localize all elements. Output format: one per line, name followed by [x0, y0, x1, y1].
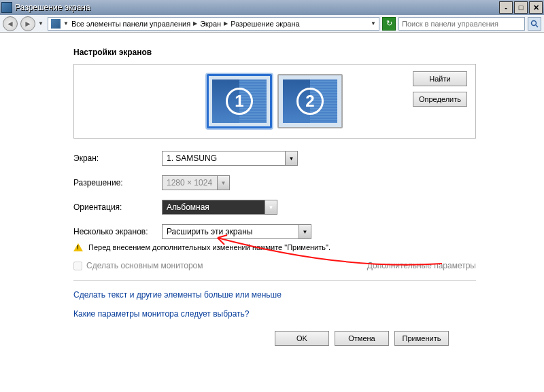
breadcrumb-mid[interactable]: Экран	[200, 20, 221, 28]
chevron-icon: ▼	[63, 20, 69, 26]
multiple-displays-label: Несколько экранов:	[73, 227, 162, 236]
maximize-button[interactable]: □	[514, 1, 528, 14]
multiple-displays-combo[interactable]: Расширить эти экраны ▼	[162, 224, 311, 239]
search-input[interactable]	[402, 20, 522, 28]
search-icon	[530, 20, 539, 28]
resolution-label: Разрешение:	[73, 178, 162, 188]
warning-row: Перед внесением дополнительных изменений…	[73, 243, 476, 251]
chevron-down-icon: ▼	[285, 152, 297, 165]
apply-button[interactable]: Применить	[394, 331, 449, 346]
chevron-down-icon: ▼	[265, 200, 277, 214]
primary-monitor-checkbox	[73, 262, 82, 270]
screen-label: Экран:	[73, 154, 162, 163]
chevron-down-icon: ▼	[217, 176, 229, 190]
forward-button[interactable]: ►	[20, 16, 35, 31]
search-button[interactable]	[528, 17, 541, 31]
orientation-label: Ориентация:	[73, 202, 162, 212]
history-dropdown[interactable]: ▼	[38, 20, 45, 26]
warning-text: Перед внесением дополнительных изменений…	[88, 243, 330, 251]
advanced-settings-link[interactable]: Дополнительные параметры	[367, 261, 476, 270]
breadcrumb-root[interactable]: Все элементы панели управления	[71, 20, 190, 28]
text-size-link[interactable]: Сделать текст и другие элементы больше и…	[73, 290, 476, 300]
orientation-combo[interactable]: Альбомная ▼	[162, 200, 277, 215]
chevron-down-icon: ▼	[299, 225, 311, 238]
identify-button[interactable]: Определить	[413, 92, 467, 107]
refresh-button[interactable]: ↻	[382, 17, 396, 31]
search-box[interactable]	[398, 17, 525, 31]
address-bar[interactable]: ▼ Все элементы панели управления ▶ Экран…	[48, 17, 379, 31]
toolbar: ◄ ► ▼ ▼ Все элементы панели управления ▶…	[0, 15, 544, 33]
minimize-button[interactable]: -	[499, 1, 513, 14]
svg-point-0	[532, 20, 537, 25]
display-arrangement-panel: 1 2 Найти Определить	[73, 64, 476, 139]
detect-button[interactable]: Найти	[413, 71, 467, 86]
divider	[73, 280, 476, 281]
cancel-button[interactable]: Отмена	[335, 331, 389, 346]
control-panel-icon	[51, 19, 61, 29]
which-monitor-link[interactable]: Какие параметры монитора следует выбрать…	[73, 309, 476, 319]
ok-button[interactable]: OK	[275, 331, 329, 346]
monitor-2[interactable]: 2	[277, 74, 343, 128]
app-icon	[1, 2, 12, 13]
breadcrumb-leaf[interactable]: Разрешение экрана	[231, 20, 299, 28]
back-button[interactable]: ◄	[3, 16, 18, 31]
page-title: Настройки экранов	[73, 48, 476, 57]
window-title: Разрешение экрана	[15, 3, 499, 12]
resolution-combo[interactable]: 1280 × 1024 ▼	[162, 175, 230, 190]
screen-combo[interactable]: 1. SAMSUNG ▼	[162, 151, 298, 166]
close-button[interactable]: ✕	[529, 1, 543, 14]
primary-monitor-label: Сделать основным монитором	[86, 261, 367, 270]
title-bar: Разрешение экрана - □ ✕	[0, 0, 544, 15]
warning-icon	[73, 243, 83, 251]
monitor-1[interactable]: 1	[207, 74, 272, 128]
svg-line-1	[536, 25, 538, 27]
